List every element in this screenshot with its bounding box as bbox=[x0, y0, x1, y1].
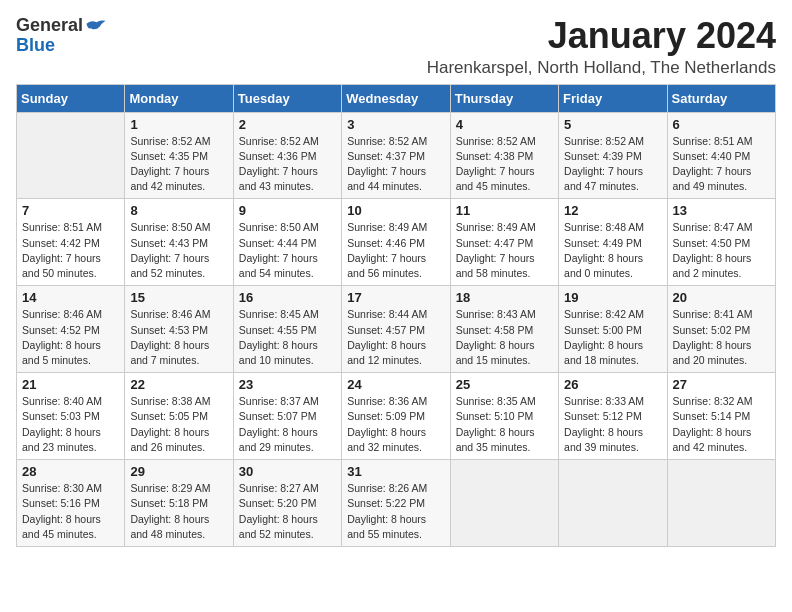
day-info: Sunrise: 8:52 AMSunset: 4:36 PMDaylight:… bbox=[239, 134, 336, 195]
day-number: 1 bbox=[130, 117, 227, 132]
calendar-cell: 26Sunrise: 8:33 AMSunset: 5:12 PMDayligh… bbox=[559, 373, 667, 460]
day-number: 30 bbox=[239, 464, 336, 479]
title-block: January 2024 Harenkarspel, North Holland… bbox=[427, 16, 776, 78]
calendar-table: SundayMondayTuesdayWednesdayThursdayFrid… bbox=[16, 84, 776, 547]
day-info: Sunrise: 8:52 AMSunset: 4:35 PMDaylight:… bbox=[130, 134, 227, 195]
day-number: 20 bbox=[673, 290, 770, 305]
day-number: 26 bbox=[564, 377, 661, 392]
day-info: Sunrise: 8:35 AMSunset: 5:10 PMDaylight:… bbox=[456, 394, 553, 455]
calendar-week-row: 7Sunrise: 8:51 AMSunset: 4:42 PMDaylight… bbox=[17, 199, 776, 286]
calendar-week-row: 21Sunrise: 8:40 AMSunset: 5:03 PMDayligh… bbox=[17, 373, 776, 460]
logo-blue-text: Blue bbox=[16, 36, 55, 56]
calendar-cell: 7Sunrise: 8:51 AMSunset: 4:42 PMDaylight… bbox=[17, 199, 125, 286]
day-info: Sunrise: 8:46 AMSunset: 4:52 PMDaylight:… bbox=[22, 307, 119, 368]
calendar-cell bbox=[667, 460, 775, 547]
calendar-cell: 1Sunrise: 8:52 AMSunset: 4:35 PMDaylight… bbox=[125, 112, 233, 199]
calendar-cell bbox=[450, 460, 558, 547]
day-number: 21 bbox=[22, 377, 119, 392]
day-info: Sunrise: 8:52 AMSunset: 4:39 PMDaylight:… bbox=[564, 134, 661, 195]
day-info: Sunrise: 8:37 AMSunset: 5:07 PMDaylight:… bbox=[239, 394, 336, 455]
calendar-cell: 25Sunrise: 8:35 AMSunset: 5:10 PMDayligh… bbox=[450, 373, 558, 460]
calendar-cell: 5Sunrise: 8:52 AMSunset: 4:39 PMDaylight… bbox=[559, 112, 667, 199]
day-number: 31 bbox=[347, 464, 444, 479]
calendar-cell: 18Sunrise: 8:43 AMSunset: 4:58 PMDayligh… bbox=[450, 286, 558, 373]
day-info: Sunrise: 8:51 AMSunset: 4:40 PMDaylight:… bbox=[673, 134, 770, 195]
day-number: 29 bbox=[130, 464, 227, 479]
page-header: General Blue January 2024 Harenkarspel, … bbox=[16, 16, 776, 78]
day-number: 11 bbox=[456, 203, 553, 218]
day-number: 27 bbox=[673, 377, 770, 392]
day-number: 2 bbox=[239, 117, 336, 132]
day-info: Sunrise: 8:44 AMSunset: 4:57 PMDaylight:… bbox=[347, 307, 444, 368]
calendar-cell: 2Sunrise: 8:52 AMSunset: 4:36 PMDaylight… bbox=[233, 112, 341, 199]
day-header-thursday: Thursday bbox=[450, 84, 558, 112]
calendar-cell: 14Sunrise: 8:46 AMSunset: 4:52 PMDayligh… bbox=[17, 286, 125, 373]
day-info: Sunrise: 8:33 AMSunset: 5:12 PMDaylight:… bbox=[564, 394, 661, 455]
calendar-cell: 15Sunrise: 8:46 AMSunset: 4:53 PMDayligh… bbox=[125, 286, 233, 373]
calendar-cell: 13Sunrise: 8:47 AMSunset: 4:50 PMDayligh… bbox=[667, 199, 775, 286]
day-header-sunday: Sunday bbox=[17, 84, 125, 112]
day-header-wednesday: Wednesday bbox=[342, 84, 450, 112]
day-info: Sunrise: 8:42 AMSunset: 5:00 PMDaylight:… bbox=[564, 307, 661, 368]
day-number: 19 bbox=[564, 290, 661, 305]
day-info: Sunrise: 8:48 AMSunset: 4:49 PMDaylight:… bbox=[564, 220, 661, 281]
day-number: 28 bbox=[22, 464, 119, 479]
day-info: Sunrise: 8:41 AMSunset: 5:02 PMDaylight:… bbox=[673, 307, 770, 368]
logo-bird-icon bbox=[85, 17, 107, 35]
day-number: 24 bbox=[347, 377, 444, 392]
day-number: 16 bbox=[239, 290, 336, 305]
calendar-week-row: 1Sunrise: 8:52 AMSunset: 4:35 PMDaylight… bbox=[17, 112, 776, 199]
calendar-header-row: SundayMondayTuesdayWednesdayThursdayFrid… bbox=[17, 84, 776, 112]
logo-general-text: General bbox=[16, 16, 83, 36]
day-info: Sunrise: 8:52 AMSunset: 4:37 PMDaylight:… bbox=[347, 134, 444, 195]
day-number: 22 bbox=[130, 377, 227, 392]
day-info: Sunrise: 8:50 AMSunset: 4:43 PMDaylight:… bbox=[130, 220, 227, 281]
calendar-week-row: 28Sunrise: 8:30 AMSunset: 5:16 PMDayligh… bbox=[17, 460, 776, 547]
day-info: Sunrise: 8:52 AMSunset: 4:38 PMDaylight:… bbox=[456, 134, 553, 195]
day-info: Sunrise: 8:32 AMSunset: 5:14 PMDaylight:… bbox=[673, 394, 770, 455]
day-info: Sunrise: 8:36 AMSunset: 5:09 PMDaylight:… bbox=[347, 394, 444, 455]
day-header-monday: Monday bbox=[125, 84, 233, 112]
day-number: 8 bbox=[130, 203, 227, 218]
day-info: Sunrise: 8:26 AMSunset: 5:22 PMDaylight:… bbox=[347, 481, 444, 542]
day-info: Sunrise: 8:46 AMSunset: 4:53 PMDaylight:… bbox=[130, 307, 227, 368]
calendar-cell: 22Sunrise: 8:38 AMSunset: 5:05 PMDayligh… bbox=[125, 373, 233, 460]
month-title: January 2024 bbox=[427, 16, 776, 56]
day-number: 7 bbox=[22, 203, 119, 218]
day-info: Sunrise: 8:27 AMSunset: 5:20 PMDaylight:… bbox=[239, 481, 336, 542]
day-info: Sunrise: 8:45 AMSunset: 4:55 PMDaylight:… bbox=[239, 307, 336, 368]
day-number: 10 bbox=[347, 203, 444, 218]
calendar-cell: 17Sunrise: 8:44 AMSunset: 4:57 PMDayligh… bbox=[342, 286, 450, 373]
calendar-cell: 21Sunrise: 8:40 AMSunset: 5:03 PMDayligh… bbox=[17, 373, 125, 460]
day-header-saturday: Saturday bbox=[667, 84, 775, 112]
day-info: Sunrise: 8:40 AMSunset: 5:03 PMDaylight:… bbox=[22, 394, 119, 455]
logo: General Blue bbox=[16, 16, 107, 56]
calendar-cell: 4Sunrise: 8:52 AMSunset: 4:38 PMDaylight… bbox=[450, 112, 558, 199]
calendar-cell: 24Sunrise: 8:36 AMSunset: 5:09 PMDayligh… bbox=[342, 373, 450, 460]
day-info: Sunrise: 8:51 AMSunset: 4:42 PMDaylight:… bbox=[22, 220, 119, 281]
day-number: 4 bbox=[456, 117, 553, 132]
day-number: 18 bbox=[456, 290, 553, 305]
calendar-cell: 6Sunrise: 8:51 AMSunset: 4:40 PMDaylight… bbox=[667, 112, 775, 199]
calendar-cell: 9Sunrise: 8:50 AMSunset: 4:44 PMDaylight… bbox=[233, 199, 341, 286]
day-number: 13 bbox=[673, 203, 770, 218]
calendar-week-row: 14Sunrise: 8:46 AMSunset: 4:52 PMDayligh… bbox=[17, 286, 776, 373]
calendar-cell: 11Sunrise: 8:49 AMSunset: 4:47 PMDayligh… bbox=[450, 199, 558, 286]
day-number: 14 bbox=[22, 290, 119, 305]
location-subtitle: Harenkarspel, North Holland, The Netherl… bbox=[427, 58, 776, 78]
calendar-cell bbox=[559, 460, 667, 547]
day-number: 3 bbox=[347, 117, 444, 132]
calendar-cell bbox=[17, 112, 125, 199]
day-header-friday: Friday bbox=[559, 84, 667, 112]
day-number: 23 bbox=[239, 377, 336, 392]
calendar-cell: 10Sunrise: 8:49 AMSunset: 4:46 PMDayligh… bbox=[342, 199, 450, 286]
day-number: 6 bbox=[673, 117, 770, 132]
day-number: 5 bbox=[564, 117, 661, 132]
day-header-tuesday: Tuesday bbox=[233, 84, 341, 112]
calendar-cell: 29Sunrise: 8:29 AMSunset: 5:18 PMDayligh… bbox=[125, 460, 233, 547]
day-number: 12 bbox=[564, 203, 661, 218]
day-info: Sunrise: 8:38 AMSunset: 5:05 PMDaylight:… bbox=[130, 394, 227, 455]
day-number: 15 bbox=[130, 290, 227, 305]
calendar-cell: 30Sunrise: 8:27 AMSunset: 5:20 PMDayligh… bbox=[233, 460, 341, 547]
calendar-cell: 19Sunrise: 8:42 AMSunset: 5:00 PMDayligh… bbox=[559, 286, 667, 373]
